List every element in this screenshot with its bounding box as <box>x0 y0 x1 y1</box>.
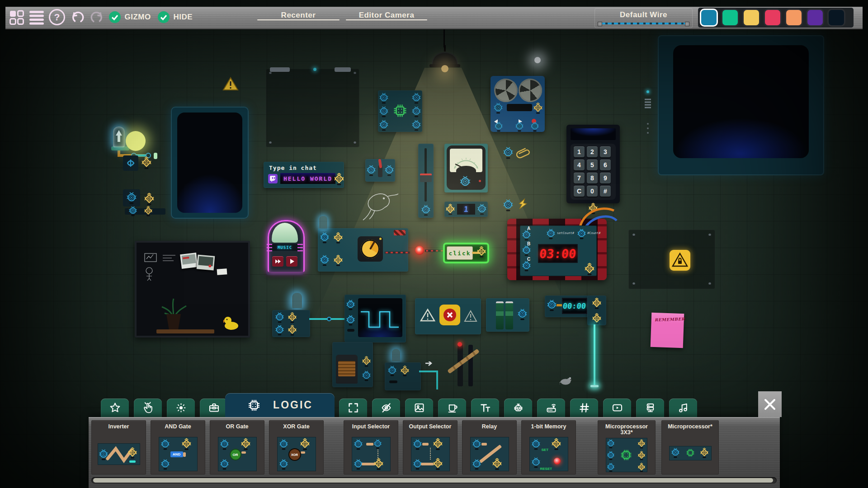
port-gold-icon[interactable] <box>584 263 595 275</box>
crt-side-controls[interactable] <box>644 90 652 158</box>
counter-laser-gadget[interactable]: 00:00 <box>545 294 606 325</box>
dial-logic-board[interactable] <box>318 228 408 272</box>
tab-music[interactable] <box>669 399 697 417</box>
polaroid-photo[interactable] <box>197 254 215 270</box>
number-display-gadget[interactable]: 1 <box>444 202 488 217</box>
keypad-key-8[interactable]: 8 <box>587 173 598 183</box>
tab-robot[interactable] <box>504 399 532 417</box>
switch-gadget[interactable] <box>365 159 395 182</box>
port-blue-icon[interactable] <box>494 121 503 132</box>
tablet-device[interactable] <box>171 107 249 219</box>
port-blue-icon[interactable] <box>503 199 514 211</box>
blue-led[interactable] <box>392 349 400 361</box>
port-gold-icon[interactable] <box>334 173 344 185</box>
jukebox[interactable]: MUSIC <box>266 218 304 275</box>
jukebox-skip-button[interactable] <box>272 256 283 267</box>
port-blue-icon[interactable] <box>547 299 557 311</box>
keypad-gadget[interactable]: 123456789C0# <box>566 125 620 203</box>
port-gold-icon[interactable] <box>288 324 297 336</box>
wire-color-swatch-2[interactable] <box>742 9 760 27</box>
error-gadget[interactable] <box>415 298 481 334</box>
recenter-button[interactable]: Recenter <box>257 11 340 20</box>
tab-logic[interactable]: LOGIC <box>225 393 335 417</box>
catapult-arm[interactable] <box>447 349 480 374</box>
led-board-2[interactable] <box>385 349 443 392</box>
keypad-key-2[interactable]: 2 <box>587 146 598 157</box>
tab-interact[interactable] <box>134 399 162 417</box>
port-blue-icon[interactable] <box>411 106 421 117</box>
tape-reel[interactable] <box>494 79 518 102</box>
keypad-key-4[interactable]: 4 <box>574 160 585 170</box>
chat-sign[interactable]: Type in chat HELLO WORLD <box>264 162 344 188</box>
click-button-face[interactable]: click <box>447 246 473 260</box>
port-gold-icon[interactable] <box>476 246 486 258</box>
port-blue-icon[interactable] <box>346 299 355 310</box>
grid-menu-button[interactable] <box>9 10 24 25</box>
component-card-microprocessor-3x3[interactable]: Microprocessor 3X3* <box>598 420 656 474</box>
tab-favorites[interactable] <box>101 399 129 417</box>
wire-color-swatch-0[interactable] <box>700 9 718 27</box>
keypad-key-6[interactable]: 6 <box>600 160 611 170</box>
port-blue-icon[interactable] <box>128 206 137 216</box>
port-blue-icon[interactable] <box>384 164 394 176</box>
chip-gadget[interactable] <box>378 90 422 132</box>
switch-lever[interactable] <box>378 165 382 177</box>
port-blue-icon[interactable] <box>126 192 137 204</box>
port-gold-icon[interactable] <box>144 192 155 205</box>
keypad-key-1[interactable]: 1 <box>574 146 585 157</box>
slider-gadget[interactable] <box>418 144 434 218</box>
tab-decor[interactable] <box>438 399 466 417</box>
port-blue-icon[interactable] <box>522 245 531 256</box>
mini-port-board[interactable] <box>123 189 177 216</box>
transformer-gadget[interactable] <box>332 342 373 387</box>
warning-triangle-sign[interactable] <box>222 77 239 93</box>
crt-monitor[interactable] <box>658 35 824 175</box>
close-panel-button[interactable] <box>758 391 782 417</box>
component-card-input-selector[interactable]: Input Selector <box>344 420 398 474</box>
jukebox-play-button[interactable] <box>286 256 297 267</box>
port-gold-icon[interactable] <box>333 254 343 266</box>
blue-led-small[interactable] <box>319 216 327 230</box>
tab-fullscreen[interactable] <box>339 399 367 417</box>
battery-gadget[interactable] <box>486 298 529 332</box>
editor-camera-button[interactable]: Editor Camera <box>346 11 427 20</box>
wire-color-swatch-4[interactable] <box>785 9 803 27</box>
tab-misc[interactable] <box>570 399 598 417</box>
tab-text[interactable] <box>471 399 499 417</box>
wire-color-swatch-3[interactable] <box>764 9 782 27</box>
keypad-key-C[interactable]: C <box>574 186 585 197</box>
port-blue-icon[interactable] <box>320 232 330 244</box>
port-blue-icon[interactable] <box>477 203 487 215</box>
wire-color-swatch-5[interactable] <box>806 9 824 27</box>
hide-toggle[interactable]: HIDE <box>158 11 193 23</box>
port-blue-icon[interactable] <box>387 365 397 376</box>
component-card-output-selector[interactable]: Output Selector <box>403 420 458 474</box>
tab-toolbox[interactable] <box>200 399 228 417</box>
port-gold-icon[interactable] <box>333 232 343 244</box>
port-gold-icon[interactable] <box>445 203 455 215</box>
port-blue-icon[interactable] <box>411 92 421 104</box>
port-blue-icon[interactable] <box>362 370 371 381</box>
tab-server[interactable] <box>636 399 664 417</box>
port-gold-icon[interactable] <box>288 312 297 323</box>
port-blue-icon[interactable] <box>522 260 531 272</box>
bomb-gadget[interactable]: A B C setCount# #Count# 03:00 <box>507 218 609 281</box>
mouse-critter[interactable] <box>560 376 572 385</box>
pegboard[interactable] <box>135 241 250 338</box>
locked-panel[interactable] <box>628 230 715 289</box>
port-gold-icon[interactable] <box>592 297 602 309</box>
port-blue-icon[interactable] <box>346 314 355 326</box>
port-gold-icon[interactable] <box>400 365 410 376</box>
keypad-key-9[interactable]: 9 <box>600 173 611 183</box>
gizmo-toggle[interactable]: GIZMO <box>109 11 151 23</box>
keypad-key-3[interactable]: 3 <box>600 146 611 157</box>
component-card-and-gate[interactable]: AND Gate AND <box>151 420 205 474</box>
tab-lighting[interactable] <box>167 399 195 417</box>
component-card-inverter[interactable]: Inverter <box>91 420 146 474</box>
default-wire-selector[interactable]: Default Wire <box>594 8 693 28</box>
keypad-key-0[interactable]: 0 <box>587 186 598 197</box>
tab-images[interactable] <box>405 399 433 417</box>
metal-panel[interactable] <box>266 69 359 147</box>
tab-video[interactable] <box>603 399 631 417</box>
port-blue-icon[interactable] <box>517 308 528 320</box>
